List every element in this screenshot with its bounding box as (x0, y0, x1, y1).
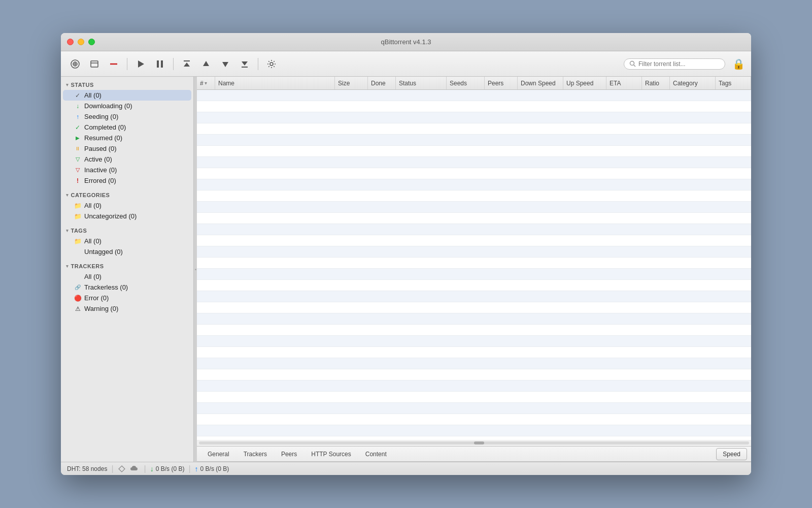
svg-rect-4 (91, 61, 98, 67)
tab-content[interactable]: Content (359, 448, 393, 460)
table-row[interactable] (197, 258, 751, 269)
search-input[interactable] (638, 60, 720, 68)
table-row[interactable] (197, 280, 751, 291)
sidebar-item-resumed[interactable]: ▶ Resumed (0) (63, 133, 191, 143)
active-icon: ▽ (74, 156, 81, 163)
sidebar-item-tags-all[interactable]: 📁 All (0) (63, 236, 191, 246)
table-row[interactable] (197, 269, 751, 280)
options-button[interactable] (263, 56, 280, 72)
resize-dot (195, 269, 196, 270)
col-header-category[interactable]: Category (670, 77, 716, 89)
sidebar-item-trackers-all-label: All (0) (84, 273, 101, 280)
tab-trackers[interactable]: Trackers (237, 448, 274, 460)
table-row[interactable] (197, 179, 751, 190)
table-row[interactable] (197, 101, 751, 112)
table-row[interactable] (197, 112, 751, 123)
hscroll-thumb[interactable] (474, 441, 484, 444)
sidebar-item-paused[interactable]: ⏸ Paused (0) (63, 143, 191, 154)
table-row[interactable] (197, 425, 751, 436)
move-down-button[interactable] (217, 56, 233, 72)
table-row[interactable] (197, 157, 751, 168)
statusbar: DHT: 58 nodes | | ↓ 0 B/s (0 B) | ↑ 0 B/… (61, 462, 751, 475)
remove-button[interactable] (106, 56, 122, 72)
col-header-down-speed[interactable]: Down Speed (518, 77, 563, 89)
minimize-button[interactable] (78, 39, 84, 45)
col-header-up-speed[interactable]: Up Speed (563, 77, 606, 89)
sep2: | (144, 464, 146, 473)
tab-http-sources[interactable]: HTTP Sources (304, 448, 357, 460)
tab-general[interactable]: General (201, 448, 236, 460)
table-row[interactable] (197, 146, 751, 157)
table-row[interactable] (197, 380, 751, 392)
col-header-status[interactable]: Status (396, 77, 447, 89)
move-bottom-icon (240, 59, 249, 69)
table-row[interactable] (197, 392, 751, 403)
table-row[interactable] (197, 369, 751, 380)
tab-peers[interactable]: Peers (275, 448, 303, 460)
table-row[interactable] (197, 302, 751, 313)
table-row[interactable] (197, 325, 751, 336)
sidebar-item-untagged[interactable]: Untagged (0) (63, 246, 191, 257)
col-header-tags[interactable]: Tags (716, 77, 751, 89)
table-row[interactable] (197, 436, 751, 440)
resume-button[interactable] (132, 56, 149, 72)
move-bottom-button[interactable] (236, 56, 253, 72)
table-row[interactable] (197, 358, 751, 369)
close-button[interactable] (67, 39, 74, 45)
col-header-size[interactable]: Size (335, 77, 368, 89)
col-header-peers[interactable]: Peers (485, 77, 518, 89)
sidebar-item-errored[interactable]: ! Errored (0) (63, 175, 191, 186)
table-row[interactable] (197, 224, 751, 235)
maximize-button[interactable] (88, 39, 95, 45)
sidebar-item-trackers-all[interactable]: All (0) (63, 271, 191, 282)
sidebar-item-uncategorized[interactable]: 📁 Uncategorized (0) (63, 211, 191, 221)
col-down-speed-label: Down Speed (521, 80, 556, 87)
col-header-ratio[interactable]: Ratio (642, 77, 670, 89)
move-top-button[interactable] (179, 56, 195, 72)
col-header-num[interactable]: # ▾ (197, 77, 215, 89)
col-header-done[interactable]: Done (368, 77, 396, 89)
sidebar-item-downloading[interactable]: ↓ Downloading (0) (63, 101, 191, 111)
col-header-seeds[interactable]: Seeds (447, 77, 485, 89)
table-row[interactable] (197, 336, 751, 347)
svg-rect-9 (161, 60, 163, 68)
table-row[interactable] (197, 414, 751, 425)
table-row[interactable] (197, 291, 751, 302)
svg-marker-7 (138, 60, 144, 68)
add-link-button[interactable] (86, 56, 103, 72)
sidebar-item-inactive[interactable]: ▽ Inactive (0) (63, 165, 191, 175)
table-row[interactable] (197, 202, 751, 213)
sidebar-item-active[interactable]: ▽ Active (0) (63, 154, 191, 165)
speed-button[interactable]: Speed (716, 448, 747, 460)
table-row[interactable] (197, 168, 751, 179)
sidebar-item-categories-all[interactable]: 📁 All (0) (63, 200, 191, 211)
table-row[interactable] (197, 123, 751, 135)
table-row[interactable] (197, 246, 751, 258)
cloud-icon (130, 465, 140, 472)
table-row[interactable] (197, 135, 751, 146)
table-row[interactable] (197, 213, 751, 224)
table-row[interactable] (197, 190, 751, 202)
table-row[interactable] (197, 90, 751, 101)
table-row[interactable] (197, 403, 751, 414)
sidebar-item-seeding-label: Seeding (0) (84, 113, 118, 120)
traffic-lights (67, 39, 95, 45)
sidebar-item-error-tracker[interactable]: 🔴 Error (0) (63, 293, 191, 303)
categories-label: CATEGORIES (71, 192, 110, 198)
sidebar-item-seeding[interactable]: ↑ Seeding (0) (63, 111, 191, 122)
col-header-eta[interactable]: ETA (606, 77, 642, 89)
table-row[interactable] (197, 347, 751, 358)
add-torrent-icon (70, 59, 80, 69)
sidebar-item-all[interactable]: ✓ All (0) (63, 90, 191, 101)
col-header-name[interactable]: Name (215, 77, 335, 89)
col-done-label: Done (371, 80, 386, 87)
sidebar-item-completed[interactable]: ✓ Completed (0) (63, 122, 191, 133)
add-torrent-button[interactable] (67, 56, 83, 72)
col-tags-label: Tags (719, 80, 731, 87)
sidebar-item-trackerless[interactable]: 🔗 Trackerless (0) (63, 282, 191, 293)
table-row[interactable] (197, 235, 751, 246)
move-up-button[interactable] (198, 56, 214, 72)
pause-button[interactable] (152, 56, 168, 72)
table-row[interactable] (197, 313, 751, 325)
sidebar-item-warning-tracker[interactable]: ⚠ Warning (0) (63, 303, 191, 314)
